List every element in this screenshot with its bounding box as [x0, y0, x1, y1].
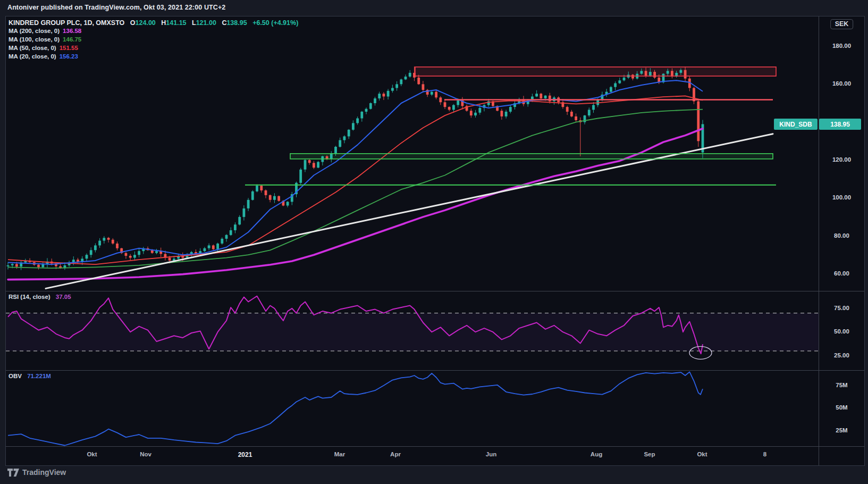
ma100-value: 146.75 — [63, 36, 81, 43]
rsi-axis-label-75.00: 75.00 — [819, 305, 864, 311]
price-pane[interactable]: KINDRED GROUP PLC, 1D, OMXSTO O124.00 H1… — [6, 16, 819, 291]
obv-chart-canvas[interactable] — [6, 371, 819, 446]
ma200-value: 136.58 — [63, 28, 81, 34]
last-price-label: 138.95 — [819, 119, 861, 130]
ohlc-low: L121.00 — [192, 19, 216, 27]
chart-legend: KINDRED GROUP PLC, 1D, OMXSTO O124.00 H1… — [9, 19, 298, 62]
currency-toggle-button[interactable]: SEK — [830, 19, 854, 29]
ohlc-open: O124.00 — [130, 19, 156, 27]
ma-50-line — [8, 96, 703, 264]
price-axis-label-60.00: 60.00 — [819, 270, 864, 277]
rsi-axis-label-50.00: 50.00 — [819, 328, 864, 335]
time-axis-label-Okt: Okt — [87, 451, 97, 457]
pane-separator[interactable] — [6, 370, 864, 371]
ma-20-line — [8, 80, 703, 264]
legend-row-ma100[interactable]: MA (100, close, 0)146.75 — [9, 36, 298, 45]
obv-axis-label-75M: 75M — [819, 382, 864, 388]
rsi-pane[interactable]: RSI (14, close) 37.05 — [6, 291, 819, 370]
price-axis-label-180.00: 180.00 — [819, 43, 864, 49]
price-scale-axis[interactable]: SEK 138.95 180.00160.00120.00100.0080.00… — [819, 16, 864, 465]
symbol-title-row[interactable]: KINDRED GROUP PLC, 1D, OMXSTO O124.00 H1… — [9, 19, 298, 28]
price-axis-label-100.00: 100.00 — [819, 194, 864, 201]
resistance-zone-fill — [415, 67, 776, 76]
publish-line: Antoniver published on TradingView.com, … — [7, 4, 225, 11]
time-scale-axis[interactable]: OktNov2021MarAprJunAugSepOkt8 — [6, 447, 864, 465]
legend-row-ma50[interactable]: MA (50, close, 0)151.55 — [9, 45, 298, 53]
time-axis-label-Aug: Aug — [591, 451, 602, 457]
symbol-title: KINDRED GROUP PLC, 1D, OMXSTO — [9, 19, 124, 27]
price-axis-label-80.00: 80.00 — [819, 232, 864, 239]
rsi-chart-canvas[interactable] — [6, 291, 819, 370]
obv-title: OBV — [9, 373, 22, 379]
ma-200-line — [8, 129, 703, 280]
time-axis-label-8: 8 — [763, 451, 766, 457]
rsi-title: RSI (14, close) — [9, 294, 50, 300]
obv-pane[interactable]: OBV 71.221M — [6, 371, 819, 446]
price-axis-label-160.00: 160.00 — [819, 80, 864, 87]
time-axis-label-Jun: Jun — [486, 451, 496, 457]
rsi-header[interactable]: RSI (14, close) 37.05 — [9, 294, 71, 300]
time-axis-label-Mar: Mar — [334, 451, 345, 457]
ma20-value: 156.23 — [60, 53, 78, 60]
chart-container: KINDRED GROUP PLC, 1D, OMXSTO O124.00 H1… — [5, 16, 865, 466]
ma50-value: 151.55 — [60, 45, 78, 51]
rsi-axis-label-25.00: 25.00 — [819, 352, 864, 358]
ohlc-high: H141.15 — [161, 19, 186, 27]
time-axis-label-Nov: Nov — [140, 451, 151, 457]
ma-100-line — [8, 110, 703, 269]
ohlc-close: C138.95 — [222, 19, 247, 27]
tradingview-brand-link[interactable]: TradingView — [7, 468, 66, 477]
price-axis-label-120.00: 120.00 — [819, 156, 864, 163]
tradingview-brand-label: TradingView — [22, 468, 66, 477]
time-axis-label-Apr: Apr — [390, 451, 401, 457]
rsi-band — [6, 313, 819, 351]
time-axis-label-Okt: Okt — [697, 451, 707, 457]
obv-axis-label-25M: 25M — [819, 427, 864, 433]
change-value: +6.50 (+4.91%) — [252, 19, 298, 27]
legend-row-ma20[interactable]: MA (20, close, 0)156.23 — [9, 53, 298, 62]
tradingview-logo-icon — [7, 469, 19, 477]
legend-row-ma200[interactable]: MA (200, close, 0)136.58 — [9, 28, 298, 36]
time-axis-label-2021: 2021 — [238, 451, 252, 458]
footer: TradingView — [0, 465, 868, 484]
obv-axis-label-50M: 50M — [819, 404, 864, 411]
time-axis-label-Sep: Sep — [644, 451, 655, 457]
obv-line — [8, 372, 703, 445]
pane-separator[interactable] — [6, 291, 864, 291]
support-zone-fill — [290, 154, 773, 159]
tradingview-published-chart: Antoniver published on TradingView.com, … — [0, 0, 868, 484]
obv-value: 71.221M — [27, 373, 51, 379]
publish-strip: Antoniver published on TradingView.com, … — [0, 0, 868, 16]
rsi-value: 37.05 — [56, 294, 71, 300]
obv-header[interactable]: OBV 71.221M — [9, 373, 51, 379]
